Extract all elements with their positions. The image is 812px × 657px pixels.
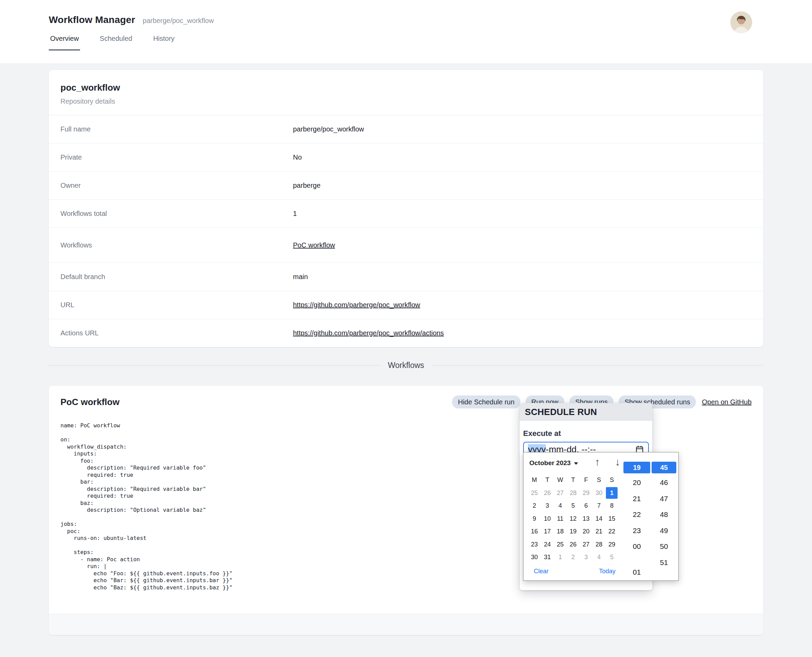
repo-detail-row: Ownerparberge — [49, 171, 763, 199]
calendar-day[interactable]: 29 — [606, 538, 618, 551]
calendar-day[interactable]: 9 — [528, 512, 541, 526]
calendar-day[interactable]: 17 — [541, 525, 554, 538]
calendar-day[interactable]: 23 — [528, 538, 541, 551]
minute-option[interactable]: 49 — [651, 523, 676, 539]
calendar-day[interactable]: 15 — [606, 512, 618, 526]
repo-details-card: poc_workflow Repository details Full nam… — [49, 70, 763, 347]
calendar-day[interactable]: 26 — [567, 538, 580, 551]
repo-card-header: poc_workflow Repository details — [49, 70, 763, 115]
row-label: Owner — [61, 182, 293, 190]
calendar-day[interactable]: 14 — [592, 512, 606, 526]
tab-history[interactable]: History — [152, 35, 176, 50]
calendar-day[interactable]: 19 — [567, 525, 580, 538]
row-value: main — [293, 273, 308, 281]
weekday-label: M — [528, 474, 541, 487]
hour-option-selected[interactable]: 19 — [623, 462, 650, 473]
calendar-day[interactable]: 24 — [541, 538, 554, 551]
row-value: 1 — [293, 210, 297, 218]
main-content: poc_workflow Repository details Full nam… — [0, 70, 812, 635]
calendar-day[interactable]: 1 — [554, 551, 567, 564]
repo-detail-row: Full nameparberge/poc_workflow — [49, 115, 763, 143]
weekday-label: T — [541, 474, 554, 487]
calendar-day[interactable]: 30 — [592, 487, 606, 500]
calendar-day[interactable]: 3 — [541, 500, 554, 512]
minute-option[interactable]: 51 — [651, 555, 676, 571]
calendar-week-row: 16171819202122 — [528, 525, 618, 538]
repo-card-title: poc_workflow — [61, 83, 751, 93]
divider-line — [49, 365, 380, 366]
row-value-link[interactable]: PoC workflow — [293, 241, 335, 249]
clear-button[interactable]: Clear — [534, 568, 548, 575]
calendar-day[interactable]: 4 — [554, 500, 567, 512]
calendar-day[interactable]: 29 — [579, 487, 592, 500]
hour-option[interactable]: 00 — [623, 539, 650, 555]
calendar-day[interactable]: 21 — [592, 525, 606, 538]
calendar-day[interactable]: 22 — [606, 525, 618, 538]
minute-list: 45464748495051 — [651, 462, 676, 570]
calendar-day[interactable]: 27 — [554, 487, 567, 500]
calendar-day[interactable]: 28 — [592, 538, 606, 551]
calendar-day[interactable]: 5 — [567, 500, 580, 512]
minute-option[interactable]: 50 — [651, 539, 676, 555]
row-value-link[interactable]: https://github.com/parberge/poc_workflow… — [293, 329, 444, 337]
minute-option[interactable]: 48 — [651, 507, 676, 523]
execute-at-label: Execute at — [523, 429, 649, 438]
calendar-day[interactable]: 20 — [579, 525, 592, 538]
calendar-day[interactable]: 25 — [528, 487, 541, 500]
calendar-day[interactable]: 31 — [541, 551, 554, 564]
repo-detail-row: Workflows total1 — [49, 199, 763, 227]
schedule-run-panel-body: Execute at yyyy-mm-dd, --:-- — [520, 421, 652, 457]
calendar-day[interactable]: 28 — [567, 487, 580, 500]
calendar-day[interactable]: 18 — [554, 525, 567, 538]
calendar-day-selected[interactable]: 1 — [606, 487, 618, 500]
calendar-day[interactable]: 25 — [554, 538, 567, 551]
hour-option[interactable]: 22 — [623, 507, 650, 523]
row-value-link[interactable]: https://github.com/parberge/poc_workflow — [293, 301, 420, 308]
workflow-card-header: PoC workflow Hide Schedule runRun nowSho… — [49, 386, 763, 408]
calendar-week-row: 2345678 — [528, 500, 618, 512]
row-label: Private — [61, 153, 293, 161]
calendar-day[interactable]: 7 — [592, 500, 606, 512]
weekday-label: F — [579, 474, 592, 487]
calendar-day[interactable]: 5 — [606, 551, 618, 564]
calendar-day[interactable]: 8 — [606, 500, 618, 512]
minute-option[interactable]: 47 — [651, 491, 676, 507]
hour-option[interactable]: 23 — [623, 523, 650, 539]
schedule-run-panel-title: SCHEDULE RUN — [520, 403, 652, 421]
hide-schedule-run-button[interactable]: Hide Schedule run — [452, 395, 520, 408]
next-month-button[interactable]: ↓ — [611, 455, 624, 470]
month-selector[interactable]: October 2023 — [529, 459, 578, 467]
calendar-day[interactable]: 30 — [528, 551, 541, 564]
month-dropdown-icon — [574, 462, 578, 465]
calendar-day[interactable]: 12 — [567, 512, 580, 526]
row-label: Workflows — [61, 241, 293, 249]
calendar-day[interactable]: 2 — [528, 500, 541, 512]
row-label: Actions URL — [61, 329, 293, 337]
open-on-github-link[interactable]: Open on GitHub — [702, 398, 751, 406]
avatar-image — [730, 11, 752, 33]
calendar-day[interactable]: 10 — [541, 512, 554, 526]
workflows-section-label: Workflows — [380, 361, 432, 370]
minute-option[interactable]: 46 — [651, 475, 676, 491]
hour-option[interactable]: 01 — [623, 564, 650, 581]
calendar-day[interactable]: 27 — [579, 538, 592, 551]
weekday-label: S — [592, 474, 606, 487]
arrow-down-icon: ↓ — [615, 456, 620, 468]
hour-option[interactable]: 20 — [623, 475, 650, 491]
calendar-day[interactable]: 16 — [528, 525, 541, 538]
calendar-day[interactable]: 11 — [554, 512, 567, 526]
calendar-day[interactable]: 26 — [541, 487, 554, 500]
calendar-day[interactable]: 6 — [579, 500, 592, 512]
tab-scheduled[interactable]: Scheduled — [98, 35, 134, 50]
previous-month-button[interactable]: ↑ — [591, 455, 603, 470]
repo-detail-row: PrivateNo — [49, 143, 763, 171]
calendar-day[interactable]: 3 — [579, 551, 592, 564]
calendar-day[interactable]: 2 — [567, 551, 580, 564]
tab-overview[interactable]: Overview — [49, 35, 80, 50]
today-button[interactable]: Today — [599, 568, 615, 575]
calendar-day[interactable]: 4 — [592, 551, 606, 564]
hour-option[interactable]: 21 — [623, 491, 650, 507]
calendar-day[interactable]: 13 — [579, 512, 592, 526]
avatar[interactable] — [730, 11, 752, 33]
minute-option-selected[interactable]: 45 — [651, 462, 676, 473]
